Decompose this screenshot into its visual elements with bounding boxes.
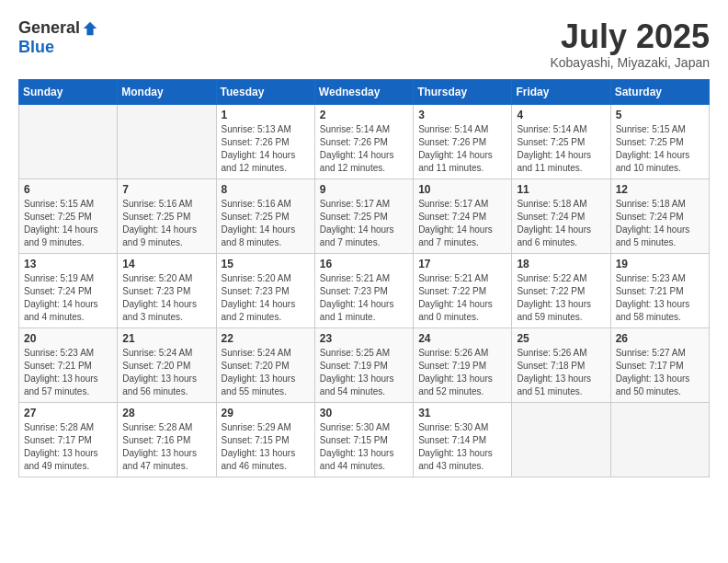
day-number: 6 [24,183,112,196]
day-number: 30 [320,407,408,419]
day-info: Sunrise: 5:17 AM Sunset: 7:25 PM Dayligh… [320,198,408,249]
day-number: 24 [418,332,506,345]
calendar-cell: 1Sunrise: 5:13 AM Sunset: 7:26 PM Daylig… [216,104,314,178]
calendar-cell: 3Sunrise: 5:14 AM Sunset: 7:26 PM Daylig… [414,104,512,178]
day-number: 18 [517,258,605,270]
day-number: 26 [616,332,704,345]
day-info: Sunrise: 5:20 AM Sunset: 7:23 PM Dayligh… [122,272,210,324]
day-info: Sunrise: 5:16 AM Sunset: 7:25 PM Dayligh… [122,198,210,249]
day-number: 3 [418,109,506,121]
day-number: 2 [320,109,408,121]
weekday-header-monday: Monday [118,79,216,104]
day-number: 27 [24,407,112,419]
day-info: Sunrise: 5:28 AM Sunset: 7:16 PM Dayligh… [122,421,210,473]
day-info: Sunrise: 5:25 AM Sunset: 7:19 PM Dayligh… [320,347,408,398]
calendar-cell: 18Sunrise: 5:22 AM Sunset: 7:22 PM Dayli… [512,253,610,327]
calendar-cell: 28Sunrise: 5:28 AM Sunset: 7:16 PM Dayli… [118,402,216,477]
day-info: Sunrise: 5:28 AM Sunset: 7:17 PM Dayligh… [24,421,112,473]
calendar-cell: 14Sunrise: 5:20 AM Sunset: 7:23 PM Dayli… [118,253,216,327]
day-number: 1 [222,109,310,121]
calendar-cell: 12Sunrise: 5:18 AM Sunset: 7:24 PM Dayli… [610,178,709,253]
day-info: Sunrise: 5:17 AM Sunset: 7:24 PM Dayligh… [418,198,506,249]
calendar-week-row: 20Sunrise: 5:23 AM Sunset: 7:21 PM Dayli… [19,327,710,402]
calendar-week-row: 27Sunrise: 5:28 AM Sunset: 7:17 PM Dayli… [19,402,710,477]
calendar-cell: 25Sunrise: 5:26 AM Sunset: 7:18 PM Dayli… [512,327,610,402]
day-number: 4 [517,109,605,121]
day-info: Sunrise: 5:19 AM Sunset: 7:24 PM Dayligh… [24,272,112,324]
calendar-cell: 9Sunrise: 5:17 AM Sunset: 7:25 PM Daylig… [314,178,413,253]
day-number: 12 [616,183,704,196]
calendar-week-row: 6Sunrise: 5:15 AM Sunset: 7:25 PM Daylig… [19,178,710,253]
day-number: 31 [418,407,506,419]
title-area: July 2025 Kobayashi, Miyazaki, Japan [550,18,710,70]
calendar-cell [19,104,118,178]
day-info: Sunrise: 5:26 AM Sunset: 7:19 PM Dayligh… [418,347,506,398]
weekday-header-sunday: Sunday [19,79,118,104]
day-info: Sunrise: 5:30 AM Sunset: 7:15 PM Dayligh… [320,421,408,473]
day-number: 10 [418,183,506,196]
day-number: 17 [418,258,506,270]
calendar-table: SundayMondayTuesdayWednesdayThursdayFrid… [18,79,710,477]
calendar-cell: 7Sunrise: 5:16 AM Sunset: 7:25 PM Daylig… [118,178,216,253]
svg-marker-0 [84,21,97,34]
day-info: Sunrise: 5:24 AM Sunset: 7:20 PM Dayligh… [222,347,310,398]
day-number: 11 [517,183,605,196]
day-number: 14 [122,258,210,270]
calendar-cell: 10Sunrise: 5:17 AM Sunset: 7:24 PM Dayli… [414,178,512,253]
day-info: Sunrise: 5:18 AM Sunset: 7:24 PM Dayligh… [616,198,704,249]
day-info: Sunrise: 5:15 AM Sunset: 7:25 PM Dayligh… [616,123,704,175]
calendar-cell: 16Sunrise: 5:21 AM Sunset: 7:23 PM Dayli… [314,253,413,327]
weekday-header-thursday: Thursday [414,79,512,104]
day-info: Sunrise: 5:30 AM Sunset: 7:14 PM Dayligh… [418,421,506,473]
location: Kobayashi, Miyazaki, Japan [550,55,710,70]
day-info: Sunrise: 5:22 AM Sunset: 7:22 PM Dayligh… [517,272,605,324]
calendar-cell [118,104,216,178]
day-number: 8 [222,183,310,196]
month-title: July 2025 [550,18,710,55]
calendar-cell: 22Sunrise: 5:24 AM Sunset: 7:20 PM Dayli… [216,327,314,402]
weekday-header-friday: Friday [512,79,610,104]
day-info: Sunrise: 5:29 AM Sunset: 7:15 PM Dayligh… [222,421,310,473]
day-number: 15 [222,258,310,270]
day-number: 16 [320,258,408,270]
calendar-cell: 20Sunrise: 5:23 AM Sunset: 7:21 PM Dayli… [19,327,118,402]
calendar-cell: 21Sunrise: 5:24 AM Sunset: 7:20 PM Dayli… [118,327,216,402]
logo-icon [82,20,98,37]
day-number: 9 [320,183,408,196]
weekday-header-tuesday: Tuesday [216,79,314,104]
calendar-cell: 29Sunrise: 5:29 AM Sunset: 7:15 PM Dayli… [216,402,314,477]
day-info: Sunrise: 5:14 AM Sunset: 7:26 PM Dayligh… [418,123,506,175]
day-info: Sunrise: 5:23 AM Sunset: 7:21 PM Dayligh… [616,272,704,324]
day-info: Sunrise: 5:16 AM Sunset: 7:25 PM Dayligh… [222,198,310,249]
calendar-cell: 17Sunrise: 5:21 AM Sunset: 7:22 PM Dayli… [414,253,512,327]
day-number: 20 [24,332,112,345]
day-info: Sunrise: 5:18 AM Sunset: 7:24 PM Dayligh… [517,198,605,249]
calendar-cell: 2Sunrise: 5:14 AM Sunset: 7:26 PM Daylig… [314,104,413,178]
calendar-cell [610,402,709,477]
day-number: 29 [222,407,310,419]
calendar-cell: 15Sunrise: 5:20 AM Sunset: 7:23 PM Dayli… [216,253,314,327]
day-number: 7 [122,183,210,196]
day-info: Sunrise: 5:15 AM Sunset: 7:25 PM Dayligh… [24,198,112,249]
day-number: 13 [24,258,112,270]
calendar-cell: 11Sunrise: 5:18 AM Sunset: 7:24 PM Dayli… [512,178,610,253]
page-header: General Blue July 2025 Kobayashi, Miyaza… [18,18,710,70]
day-info: Sunrise: 5:23 AM Sunset: 7:21 PM Dayligh… [24,347,112,398]
day-info: Sunrise: 5:27 AM Sunset: 7:17 PM Dayligh… [616,347,704,398]
calendar-cell [512,402,610,477]
calendar-cell: 5Sunrise: 5:15 AM Sunset: 7:25 PM Daylig… [610,104,709,178]
calendar-cell: 19Sunrise: 5:23 AM Sunset: 7:21 PM Dayli… [610,253,709,327]
day-info: Sunrise: 5:14 AM Sunset: 7:26 PM Dayligh… [320,123,408,175]
calendar-cell: 13Sunrise: 5:19 AM Sunset: 7:24 PM Dayli… [19,253,118,327]
day-info: Sunrise: 5:21 AM Sunset: 7:23 PM Dayligh… [320,272,408,324]
calendar-cell: 4Sunrise: 5:14 AM Sunset: 7:25 PM Daylig… [512,104,610,178]
day-number: 28 [122,407,210,419]
day-info: Sunrise: 5:24 AM Sunset: 7:20 PM Dayligh… [122,347,210,398]
calendar-cell: 8Sunrise: 5:16 AM Sunset: 7:25 PM Daylig… [216,178,314,253]
logo-general-text: General [18,18,80,38]
weekday-header-saturday: Saturday [610,79,709,104]
calendar-week-row: 1Sunrise: 5:13 AM Sunset: 7:26 PM Daylig… [19,104,710,178]
day-number: 25 [517,332,605,345]
day-info: Sunrise: 5:14 AM Sunset: 7:25 PM Dayligh… [517,123,605,175]
calendar-cell: 6Sunrise: 5:15 AM Sunset: 7:25 PM Daylig… [19,178,118,253]
